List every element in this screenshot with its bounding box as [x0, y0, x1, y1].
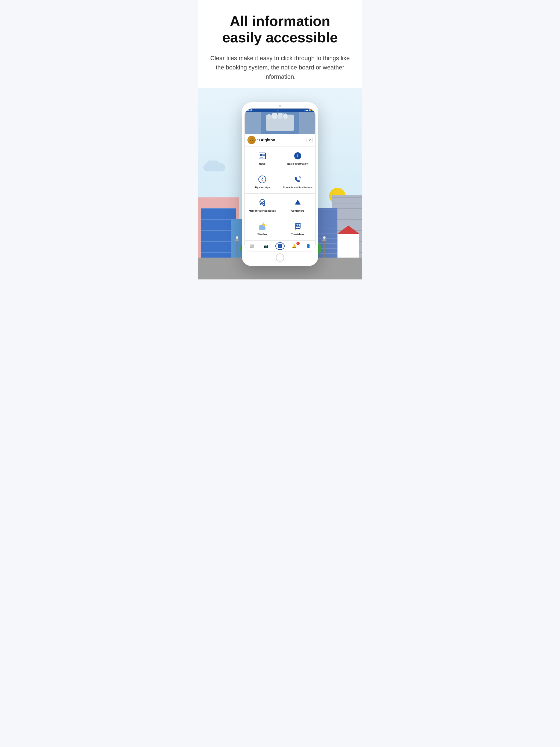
svg-text:i: i [297, 153, 299, 158]
city-selector-bar[interactable]: 🛡 ▾ Brighton ⚙ [245, 134, 315, 147]
nav-camera[interactable]: 📷 [261, 242, 271, 250]
svg-rect-34 [280, 247, 282, 248]
svg-rect-24 [295, 224, 300, 229]
tile-tips[interactable]: Tips for trips [245, 170, 280, 193]
tile-timetables-label: Timetables [291, 233, 304, 236]
status-time: 21:18 [247, 109, 252, 111]
nav-grid-active-ring [275, 242, 285, 250]
tile-containers[interactable]: Containers [280, 194, 315, 217]
nav-news[interactable]: 📰 [247, 242, 257, 250]
tiles-grid: News i Basic information [245, 147, 315, 240]
info-icon: i [293, 151, 303, 161]
compass-icon [257, 175, 267, 184]
map-pin-icon [257, 198, 267, 208]
svg-line-22 [265, 223, 266, 223]
city-left-section: 🛡 ▾ Brighton [248, 136, 275, 144]
tile-weather-label: Weather [258, 233, 267, 236]
tile-contacts[interactable]: Contacts and institutions [280, 170, 315, 193]
scene: 21:18 ➤ ▂▄▆ 📶 🔋 🛡 [198, 88, 362, 279]
tile-contacts-label: Contacts and institutions [283, 186, 312, 189]
tile-map[interactable]: Map of reported issues [245, 194, 280, 217]
svg-rect-26 [298, 225, 299, 226]
svg-marker-10 [261, 179, 263, 182]
phone-screen: 21:18 ➤ ▂▄▆ 📶 🔋 🛡 [245, 108, 315, 252]
weather-icon [257, 222, 267, 231]
subtitle-text: Clear tiles make it easy to click throug… [209, 54, 351, 81]
city-name-row[interactable]: ▾ Brighton [257, 138, 275, 142]
tile-timetables[interactable]: Timetables [280, 217, 315, 240]
main-title: All information easily accessible [207, 13, 353, 46]
tile-map-label: Map of reported issues [249, 209, 276, 213]
tile-news[interactable]: News [245, 147, 280, 170]
tile-basic-info[interactable]: i Basic information [280, 147, 315, 170]
phone-device: 21:18 ➤ ▂▄▆ 📶 🔋 🛡 [242, 102, 318, 266]
location-icon: ➤ [277, 109, 279, 111]
nav-bell[interactable]: 🔔 2 [289, 242, 299, 250]
phone-home-button[interactable] [276, 254, 284, 262]
nav-bell-icon: 🔔 [292, 244, 297, 248]
svg-marker-9 [261, 177, 263, 179]
wifi-icon: 📶 [309, 109, 311, 111]
city-photo-overlay [245, 112, 315, 134]
city-name: Brighton [259, 138, 275, 142]
svg-point-20 [262, 226, 265, 229]
status-bar: 21:18 ➤ ▂▄▆ 📶 🔋 [245, 108, 315, 112]
settings-icon[interactable]: ⚙ [307, 137, 312, 143]
bottom-navigation: 📰 📷 [245, 240, 315, 252]
news-icon [257, 151, 267, 161]
nav-grid[interactable] [275, 242, 285, 250]
tile-basic-info-label: Basic information [287, 162, 308, 166]
phone-outer-shell: 21:18 ➤ ▂▄▆ 📶 🔋 🛡 [242, 102, 318, 266]
battery-icon: 🔋 [311, 109, 313, 111]
tile-news-label: News [259, 162, 265, 166]
svg-point-8 [259, 176, 266, 183]
nav-profile[interactable]: 👤 [303, 242, 313, 250]
nav-profile-icon: 👤 [306, 244, 311, 248]
svg-rect-25 [296, 225, 298, 226]
tile-containers-label: Containers [291, 209, 304, 213]
phone-camera [279, 105, 281, 107]
nav-camera-icon: 📷 [263, 244, 268, 248]
svg-rect-31 [278, 244, 280, 246]
tile-weather[interactable]: Weather [245, 217, 280, 240]
cloud-left-2 [206, 160, 220, 169]
svg-rect-33 [278, 247, 280, 248]
tile-tips-label: Tips for trips [255, 186, 270, 189]
chevron-down-icon: ▾ [257, 138, 258, 141]
city-badge-icon: 🛡 [248, 136, 256, 144]
svg-rect-32 [280, 244, 282, 246]
status-icons: ▂▄▆ 📶 🔋 [304, 109, 313, 111]
recycle-icon [293, 198, 303, 208]
city-photo [245, 112, 315, 134]
svg-point-16 [263, 204, 264, 205]
header-section: All information easily accessible Clear … [198, 0, 362, 88]
phone-icon [293, 175, 303, 184]
svg-rect-1 [260, 154, 262, 156]
streetlight-right [322, 236, 327, 258]
nav-news-icon: 📰 [249, 244, 254, 248]
tram-icon [293, 222, 303, 231]
streetlight-left [235, 236, 239, 258]
signal-icon: ▂▄▆ [304, 109, 308, 111]
nav-bell-badge: 2 [297, 242, 300, 245]
badge-emoji: 🛡 [250, 138, 253, 142]
